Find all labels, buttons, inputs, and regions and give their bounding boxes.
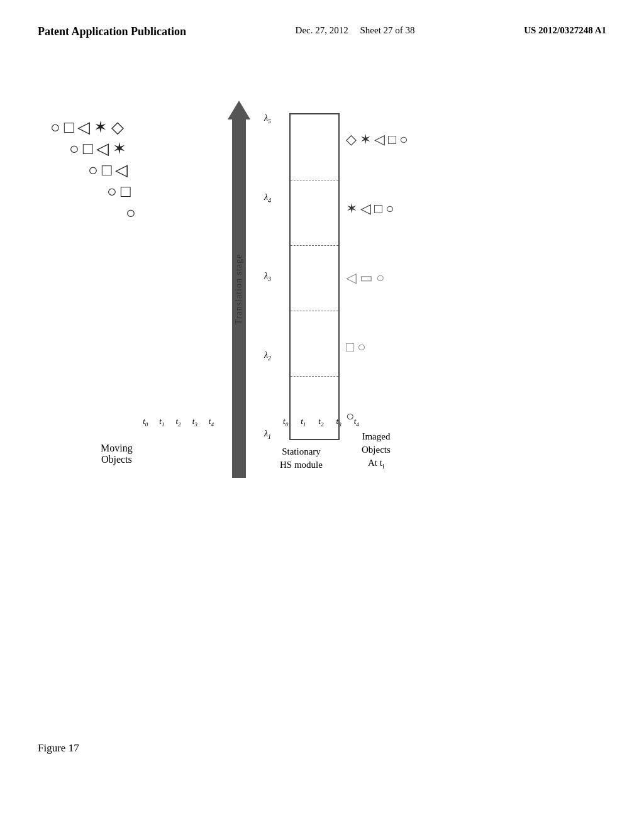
shape-row-2: ○ □ ◁ ✶ — [69, 141, 136, 157]
pub-date: Dec. 27, 2012 — [296, 25, 348, 35]
hs-module-box — [289, 113, 340, 440]
right-row-4: ✶ ◁ □ ○ — [346, 176, 408, 241]
shape-square-3: □ — [102, 162, 112, 179]
time-t3-right: t3 — [336, 416, 341, 428]
patent-number: US 2012/0327248 A1 — [524, 25, 606, 36]
translation-stage-label: Translation stage — [234, 254, 244, 325]
shape-square-4: □ — [121, 184, 131, 200]
shapes-right: ◇ ✶ ◁ □ ○ ✶ ◁ □ ○ ◁ ▭ ○ □ ○ — [346, 107, 408, 453]
shape-square-2: □ — [83, 141, 93, 157]
lambda-5: λ5 — [264, 113, 271, 124]
r3-square: ▭ — [360, 270, 373, 286]
shapes-left: ○ □ ◁ ✶ ◇ ○ □ ◁ ✶ ○ □ ◁ ○ □ — [50, 119, 136, 226]
shape-diamond-1: ◇ — [111, 119, 124, 136]
r4-triangle: ◁ — [360, 201, 371, 217]
lambda-labels: λ1 λ2 λ3 λ4 λ5 — [264, 113, 271, 440]
right-row-2: □ ○ — [346, 314, 408, 380]
shape-triangle-3: ◁ — [115, 162, 128, 179]
right-row-5: ◇ ✶ ◁ □ ○ — [346, 107, 408, 172]
shape-square-1: □ — [64, 119, 74, 136]
shape-row-5: ○ — [126, 205, 136, 221]
lambda-1: λ1 — [264, 429, 271, 440]
translation-stage: Translation stage — [220, 101, 258, 478]
r2-square: □ — [346, 339, 354, 355]
shape-triangle-1: ◁ — [77, 119, 90, 136]
r5-square: □ — [388, 131, 396, 148]
r5-diamond: ◇ — [346, 131, 357, 148]
shape-circle-2: ○ — [69, 141, 79, 157]
hs-divider-4 — [291, 376, 338, 377]
r2-circle: ○ — [357, 339, 365, 355]
time-t4-left: t4 — [209, 416, 214, 428]
lambda-3: λ3 — [264, 271, 271, 282]
figure-caption: Figure 17 — [38, 742, 79, 755]
shape-circle-4: ○ — [107, 184, 117, 200]
publication-date-sheet: Dec. 27, 2012 Sheet 27 of 38 — [296, 25, 415, 36]
shape-star-2: ✶ — [113, 141, 126, 157]
time-t2-right: t2 — [318, 416, 323, 428]
shape-circle-3: ○ — [88, 162, 98, 179]
r3-circle: ○ — [376, 270, 384, 286]
shape-circle-1: ○ — [50, 119, 60, 136]
hs-divider-2 — [291, 245, 338, 246]
page-header: Patent Application Publication Dec. 27, … — [0, 0, 644, 38]
lambda-2: λ2 — [264, 350, 271, 362]
imaged-objects-label: ImagedObjectsAt ti — [362, 430, 391, 472]
r3-triangle: ◁ — [346, 270, 357, 286]
stationary-hs-label: StationaryHS module — [280, 445, 323, 472]
shape-row-3: ○ □ ◁ — [88, 162, 136, 179]
r4-star: ✶ — [346, 201, 357, 217]
r4-circle: ○ — [386, 201, 394, 217]
shape-triangle-2: ◁ — [96, 141, 109, 157]
r5-circle: ○ — [399, 131, 408, 148]
time-t4-right: t4 — [354, 416, 359, 428]
moving-objects-label: MovingObjects — [101, 443, 133, 465]
time-labels-left: t4 t3 t2 t1 t0 — [38, 416, 214, 428]
r5-triangle: ◁ — [374, 131, 385, 148]
right-section: λ1 λ2 λ3 λ4 λ5 ◇ ✶ ◁ □ ○ ✶ — [264, 101, 606, 490]
right-row-3: ◁ ▭ ○ — [346, 245, 408, 311]
hs-divider-3 — [291, 311, 338, 311]
left-section: ○ □ ◁ ✶ ◇ ○ □ ◁ ✶ ○ □ ◁ ○ □ — [38, 101, 220, 490]
time-t1-right: t1 — [301, 416, 306, 428]
publication-title: Patent Application Publication — [38, 25, 186, 38]
lambda-4: λ4 — [264, 192, 271, 204]
translation-label-wrapper: Translation stage — [220, 101, 258, 478]
time-t3-left: t3 — [192, 416, 197, 428]
time-labels-right: t0 t1 t2 t3 t4 — [283, 416, 359, 428]
sheet-info: Sheet 27 of 38 — [360, 25, 415, 35]
time-t2-left: t2 — [175, 416, 180, 428]
shape-star-1: ✶ — [94, 119, 108, 136]
time-t0-left: t0 — [143, 416, 148, 428]
time-t1-left: t1 — [159, 416, 164, 428]
shape-row-4: ○ □ — [107, 184, 136, 200]
figure-area: ○ □ ◁ ✶ ◇ ○ □ ◁ ✶ ○ □ ◁ ○ □ — [38, 101, 606, 541]
shape-circle-5: ○ — [126, 205, 136, 221]
r4-square: □ — [374, 201, 382, 217]
shape-row-1: ○ □ ◁ ✶ ◇ — [50, 119, 136, 136]
r5-star: ✶ — [360, 131, 371, 148]
time-t0-right: t0 — [283, 416, 288, 428]
hs-divider-1 — [291, 180, 338, 180]
